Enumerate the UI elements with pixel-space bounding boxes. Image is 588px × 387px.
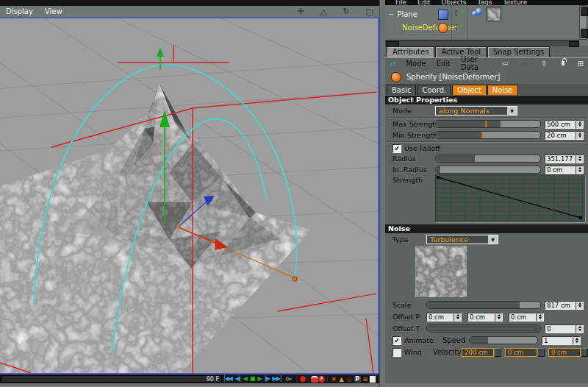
wind-checkbox[interactable]: [392, 348, 401, 357]
offset-t-field[interactable]: 0: [545, 324, 584, 333]
velocity-y-field[interactable]: 0 cm: [505, 348, 545, 357]
play-backwards-button[interactable]: ◀: [243, 375, 247, 383]
lock-icon[interactable]: [562, 61, 564, 65]
max-strength-slider[interactable]: [435, 120, 541, 128]
object-label-plane[interactable]: Plane: [397, 10, 417, 18]
mode-dropdown[interactable]: along Normals ▼: [435, 106, 517, 116]
target-icon[interactable]: ◎: [347, 376, 352, 383]
stepper[interactable]: [573, 336, 581, 345]
help-button[interactable]: ?: [318, 376, 325, 383]
history-back-icon[interactable]: ⇦: [502, 60, 508, 68]
stepper[interactable]: [576, 301, 584, 310]
speed-slider[interactable]: [469, 336, 538, 344]
om-menu-file[interactable]: File: [395, 0, 406, 3]
max-strength-field[interactable]: 500 cm: [545, 120, 584, 129]
grid-snap-icon[interactable]: ⊞: [363, 376, 368, 383]
xref-icon[interactable]: ✖: [331, 376, 337, 383]
stepper[interactable]: [537, 348, 545, 357]
menu-mode[interactable]: Mode: [406, 60, 426, 68]
in-radius-slider[interactable]: [435, 166, 541, 174]
noise-type-dropdown[interactable]: Turbulence ▼: [426, 235, 498, 244]
plane-object-icon[interactable]: [438, 10, 448, 20]
tab-attributes[interactable]: Attributes: [387, 46, 434, 57]
goto-end-button[interactable]: ▶▶|: [273, 375, 282, 383]
stepper[interactable]: [495, 313, 503, 322]
tab-snap-settings[interactable]: Snap Settings: [487, 46, 550, 57]
om-vertical-scrollbar[interactable]: [579, 5, 587, 40]
stepper[interactable]: [536, 313, 544, 322]
min-strength-slider[interactable]: [435, 131, 541, 139]
offset-p-y-field[interactable]: 0 cm: [467, 313, 503, 322]
history-forward-icon[interactable]: ⇨: [521, 60, 527, 68]
layout-grid-icon[interactable]: ⊞: [578, 60, 584, 68]
prev-key-button[interactable]: ◀|: [235, 375, 240, 383]
stepper[interactable]: [581, 348, 588, 357]
stepper[interactable]: [576, 166, 584, 174]
layer-dots-plane[interactable]: [455, 10, 457, 16]
om-menu-objects[interactable]: Objects: [442, 0, 467, 3]
page-icon[interactable]: [369, 375, 376, 383]
om-menu-tags[interactable]: Tags: [478, 0, 492, 3]
offset-p-x-field[interactable]: 0 cm: [426, 313, 462, 322]
object-row-noisedeformer[interactable]: └ NoiseDeformer: [385, 21, 571, 33]
noise-type-row: Type Turbulence ▼: [385, 235, 588, 244]
viewport-zoom-icon[interactable]: △: [320, 7, 326, 15]
collapse-icon[interactable]: −: [388, 10, 394, 18]
subtab-noise[interactable]: Noise: [487, 85, 518, 95]
offset-t-slider[interactable]: [426, 324, 541, 333]
stepper[interactable]: [576, 324, 584, 333]
viewport-menu-view[interactable]: View: [45, 7, 62, 15]
viewport-maximize-icon[interactable]: □: [366, 7, 373, 15]
triangle-icon[interactable]: ▲: [339, 376, 343, 383]
stepper[interactable]: [576, 155, 584, 163]
om-horizontal-scrollbar[interactable]: [385, 40, 579, 46]
scale-field[interactable]: 817 cm: [545, 301, 584, 310]
radius-slider[interactable]: [435, 155, 541, 163]
subtab-basic[interactable]: Basic: [387, 85, 416, 95]
subtab-coord[interactable]: Coord.: [417, 85, 451, 95]
menu-user-data[interactable]: User Data: [461, 55, 478, 71]
stop-button[interactable]: ■: [250, 375, 255, 383]
viewport-pan-icon[interactable]: ✛: [298, 7, 304, 15]
stepper[interactable]: [576, 120, 584, 129]
viewport-menu-display[interactable]: Display: [6, 7, 33, 15]
velocity-z-field[interactable]: 0 cm: [548, 348, 588, 357]
use-falloff-checkbox[interactable]: ✔: [392, 144, 401, 153]
autokey-icon[interactable]: [311, 376, 318, 383]
menu-edit[interactable]: Edit: [437, 60, 451, 68]
radius-field[interactable]: 351.177 cm: [545, 155, 584, 163]
timeline-slider[interactable]: 90 F: [1, 375, 222, 383]
enable-check-deformer[interactable]: ✔: [459, 22, 465, 29]
stepper[interactable]: [494, 348, 501, 357]
key-icon[interactable]: [285, 375, 293, 383]
offset-p-z-field[interactable]: 0 cm: [509, 313, 544, 322]
subtab-object[interactable]: Object: [452, 85, 487, 95]
scale-slider[interactable]: [426, 301, 541, 309]
texture-tag-icon[interactable]: [487, 7, 501, 21]
viewport-3d[interactable]: [0, 17, 379, 374]
record-button[interactable]: [300, 376, 306, 382]
stepper[interactable]: [453, 313, 462, 322]
viewport-rotate-icon[interactable]: ↻: [343, 7, 349, 15]
om-menu-texture[interactable]: Texture: [503, 0, 527, 3]
object-label-noisedeformer[interactable]: NoiseDeformer: [402, 24, 457, 32]
in-radius-field[interactable]: 0 cm: [545, 166, 584, 174]
stepper[interactable]: [576, 131, 584, 140]
layer-dots-deformer[interactable]: [455, 24, 457, 29]
p-tool-button[interactable]: P: [354, 375, 362, 383]
play-button[interactable]: ▶: [258, 375, 262, 383]
enable-check-plane[interactable]: ✔: [459, 9, 465, 16]
next-key-button[interactable]: |▶: [265, 375, 270, 383]
parent-up-icon[interactable]: ⇧: [541, 60, 547, 68]
speed-field[interactable]: 1: [542, 336, 581, 345]
phong-tag-icon[interactable]: [472, 8, 484, 18]
chevron-down-icon[interactable]: ▼: [507, 107, 517, 115]
chevron-down-icon[interactable]: ▼: [488, 235, 498, 244]
min-strength-field[interactable]: 20 cm: [545, 131, 584, 140]
velocity-x-field[interactable]: 200 cm: [462, 348, 501, 357]
animate-checkbox[interactable]: ✔: [392, 336, 401, 345]
falloff-spline-graph[interactable]: [435, 174, 586, 223]
goto-start-button[interactable]: |◀◀: [223, 375, 232, 383]
noisedeformer-object-icon[interactable]: [438, 23, 448, 33]
om-menu-edit[interactable]: Edit: [417, 0, 430, 3]
